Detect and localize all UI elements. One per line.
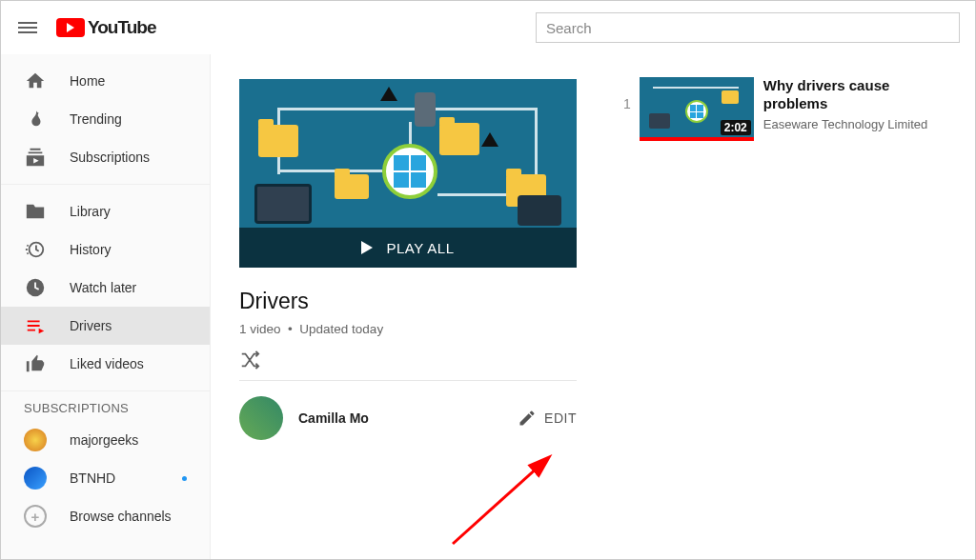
playlist-page: PLAY ALL Drivers 1 video • Updated today… xyxy=(211,54,975,559)
sidebar-item-label: Library xyxy=(70,204,111,219)
video-count: 1 video xyxy=(239,322,281,336)
sidebar-item-watch-later[interactable]: Watch later xyxy=(1,269,210,307)
edit-button[interactable]: EDIT xyxy=(518,409,577,428)
search-input[interactable] xyxy=(536,12,960,43)
sidebar-item-library[interactable]: Library xyxy=(1,192,210,230)
sidebar-item-label: Browse channels xyxy=(70,509,172,524)
sidebar-item-label: BTNHD xyxy=(70,470,115,486)
owner-name[interactable]: Camilla Mo xyxy=(298,410,369,426)
sidebar-item-drivers[interactable]: Drivers xyxy=(1,307,210,345)
clock-icon xyxy=(24,276,47,299)
search-container xyxy=(536,12,960,43)
play-all-overlay[interactable]: PLAY ALL xyxy=(239,228,577,268)
sidebar-item-history[interactable]: History xyxy=(1,230,210,269)
channel-avatar xyxy=(24,429,47,451)
sidebar-item-label: Home xyxy=(70,73,105,89)
history-icon xyxy=(24,238,47,261)
playlist-meta: 1 video • Updated today xyxy=(239,322,577,336)
video-thumbnail[interactable]: 2:02 xyxy=(640,77,754,141)
sidebar-item-liked[interactable]: Liked videos xyxy=(1,345,210,383)
shuffle-button[interactable] xyxy=(239,350,260,370)
item-index: 1 xyxy=(615,77,640,111)
sidebar-subscriptions-header: Subscriptions xyxy=(1,391,210,421)
sidebar-item-label: Drivers xyxy=(70,318,112,333)
sidebar-item-label: majorgeeks xyxy=(70,432,138,448)
play-icon xyxy=(361,241,373,254)
sidebar-item-trending[interactable]: Trending xyxy=(1,100,210,138)
sidebar-item-label: Watch later xyxy=(70,280,136,295)
playlist-hero[interactable]: PLAY ALL xyxy=(239,79,577,268)
sidebar: Home Trending Subscriptions Library Hist… xyxy=(1,54,211,559)
thumbs-up-icon xyxy=(24,352,47,375)
logo-text: YouTube xyxy=(88,17,155,38)
sidebar-item-label: Subscriptions xyxy=(70,150,150,165)
folder-icon xyxy=(24,200,47,223)
updated-text: Updated today xyxy=(299,322,383,336)
hamburger-menu-icon[interactable] xyxy=(16,16,39,39)
edit-label: EDIT xyxy=(544,410,577,426)
sidebar-item-label: Liked videos xyxy=(70,356,144,371)
sidebar-item-home[interactable]: Home xyxy=(1,62,210,100)
pencil-icon xyxy=(518,409,537,428)
owner-avatar[interactable] xyxy=(239,396,283,440)
sidebar-channel-majorgeeks[interactable]: majorgeeks xyxy=(1,421,210,459)
sidebar-browse-channels[interactable]: + Browse channels xyxy=(1,497,210,535)
windows-logo-icon xyxy=(382,144,437,199)
video-channel[interactable]: Easeware Technology Limited xyxy=(763,117,956,131)
home-icon xyxy=(24,70,47,92)
sidebar-channel-btnhd[interactable]: BTNHD xyxy=(1,459,210,497)
plus-circle-icon: + xyxy=(24,505,47,528)
sidebar-item-label: Trending xyxy=(70,111,122,127)
playlist-items: 1 2:02 Why drivers cause problems Easewa… xyxy=(605,54,975,559)
playlist-item[interactable]: 1 2:02 Why drivers cause problems Easewa… xyxy=(615,77,956,141)
divider xyxy=(239,380,577,381)
playlist-info-panel: PLAY ALL Drivers 1 video • Updated today… xyxy=(211,54,605,559)
app-header: YouTube xyxy=(1,1,975,54)
video-title[interactable]: Why drivers cause problems xyxy=(763,77,956,113)
youtube-play-icon xyxy=(56,18,85,37)
fire-icon xyxy=(24,108,47,130)
play-all-label: PLAY ALL xyxy=(386,240,454,256)
sidebar-item-label: History xyxy=(70,242,112,257)
youtube-logo[interactable]: YouTube xyxy=(56,17,155,38)
channel-avatar xyxy=(24,467,47,490)
playlist-title: Drivers xyxy=(239,289,577,314)
subscriptions-icon xyxy=(24,146,47,169)
playlist-owner-row: Camilla Mo EDIT xyxy=(239,396,577,440)
video-duration: 2:02 xyxy=(721,120,751,135)
sidebar-item-subscriptions[interactable]: Subscriptions xyxy=(1,138,210,176)
new-content-dot-icon xyxy=(182,476,187,481)
playlist-icon xyxy=(24,314,47,337)
progress-bar xyxy=(640,137,754,141)
